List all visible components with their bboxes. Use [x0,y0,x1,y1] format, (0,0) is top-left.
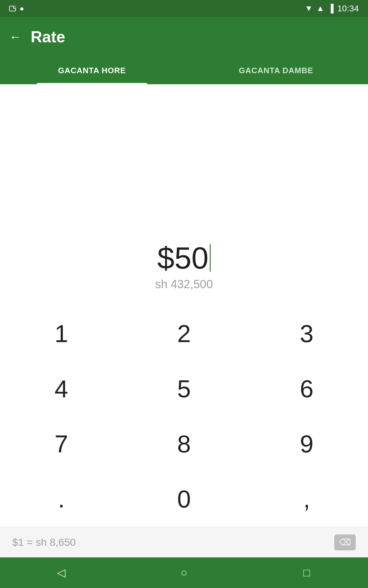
signal-dots-icon: ● [20,4,24,13]
page-title: Rate [31,28,65,46]
backspace-icon: ⌫ [339,537,351,547]
key-0[interactable]: 0 [123,472,245,527]
nav-home-button[interactable]: ○ [175,564,193,582]
status-bar-left: ● [9,4,24,13]
wifi-icon: ▼ [305,4,313,13]
key-dot[interactable]: . [0,472,123,527]
back-button[interactable]: ← [9,31,21,43]
key-1[interactable]: 1 [0,306,123,361]
battery-icon: ▐ [328,4,334,13]
converted-amount: sh 432,500 [155,278,213,291]
key-comma[interactable]: , [245,472,368,527]
backspace-button[interactable]: ⌫ [334,534,356,550]
app-bar: ← Rate [0,17,368,57]
amount-area: $50 sh 432,500 [0,84,368,306]
key-5[interactable]: 5 [123,361,245,417]
key-7[interactable]: 7 [0,417,123,472]
key-2[interactable]: 2 [123,306,245,361]
status-time: 10:34 [337,4,359,13]
key-3[interactable]: 3 [245,306,368,361]
nav-back-button[interactable]: ◁ [52,564,71,582]
text-cursor [210,244,211,272]
tab-gacanta-dambe[interactable]: GACANTA DAMBE [184,57,368,84]
status-bar: ● ▼ ▲ ▐ 10:34 [0,0,368,17]
exchange-rate: $1 = sh 8,650 [12,536,76,548]
sim-card-icon [9,6,16,11]
key-6[interactable]: 6 [245,361,368,417]
key-8[interactable]: 8 [123,417,245,472]
amount-value: $50 [157,241,209,275]
status-bar-right: ▼ ▲ ▐ 10:34 [305,4,359,13]
bottom-bar: $1 = sh 8,650 ⌫ [0,527,368,557]
tab-gacanta-hore[interactable]: GACANTA HORE [0,57,184,84]
keypad: 1 2 3 4 5 6 7 8 9 . 0 , [0,306,368,527]
nav-bar: ◁ ○ □ [0,557,368,588]
key-4[interactable]: 4 [0,361,123,417]
amount-display[interactable]: $50 [157,241,211,275]
signal-icon: ▲ [316,4,324,13]
main-content: $50 sh 432,500 1 2 3 4 5 6 7 8 9 . 0 , $… [0,84,368,557]
nav-recent-button[interactable]: □ [297,564,316,582]
tabs-container: GACANTA HORE GACANTA DAMBE [0,57,368,84]
key-9[interactable]: 9 [245,417,368,472]
